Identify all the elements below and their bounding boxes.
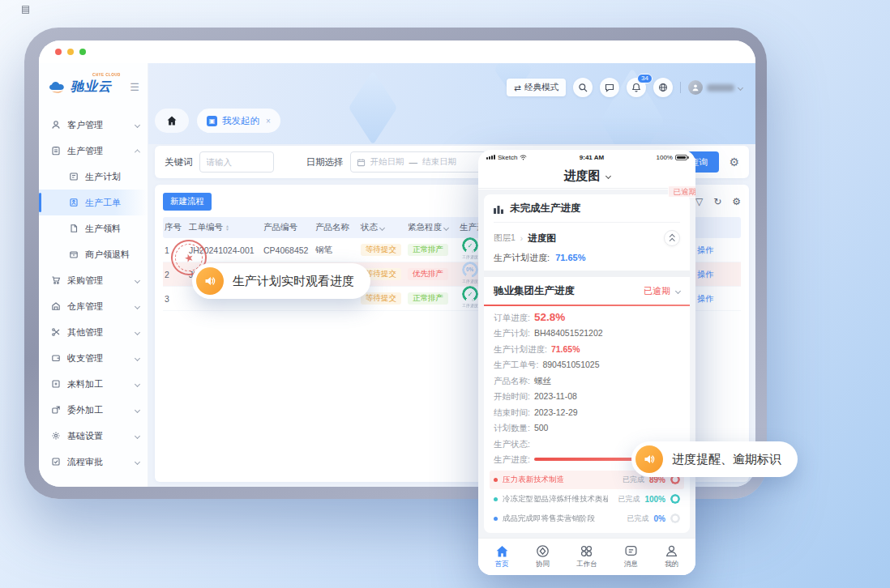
plan-progress-value: 71.65% <box>555 253 585 262</box>
sidebar-item-customer[interactable]: 客户管理 <box>39 112 148 138</box>
decorative-cube <box>349 70 397 144</box>
sidebar-item-production[interactable]: 生产管理 <box>39 138 148 164</box>
tooltip-text: 生产计划实时观看进度 <box>233 274 354 289</box>
date-label: 日期选择 <box>306 156 344 168</box>
nav-workbench[interactable]: 工作台 <box>576 544 597 569</box>
window-menu-icon: ▤ <box>21 3 30 15</box>
nav-profile[interactable]: 我的 <box>665 544 678 569</box>
search-icon <box>578 83 588 92</box>
done-label: 已完成 <box>627 513 649 524</box>
plan-doc-icon <box>68 172 79 182</box>
bullet-dot <box>494 478 498 482</box>
end-date-placeholder: 结束日期 <box>422 156 456 168</box>
sidebar-item-production-plan[interactable]: 生产计划 <box>39 164 148 190</box>
col-header: 状态 <box>361 222 378 233</box>
doc-in-icon <box>50 379 61 390</box>
task-row[interactable]: 冷冻定型塑品淬炼纤维技术奥秘 已完成 100% <box>490 490 684 509</box>
chevron-down-icon[interactable] <box>443 224 449 230</box>
sidebar-item-merchant-return[interactable]: 商户领退料 <box>39 241 148 267</box>
priority-badge: 正常排产 <box>408 292 448 304</box>
chevron-down-icon[interactable] <box>605 173 610 179</box>
sidebar-item-incoming-processing[interactable]: 来料加工 <box>39 371 148 397</box>
new-process-button[interactable]: 新建流程 <box>163 193 212 211</box>
nav-home[interactable]: 首页 <box>495 545 509 569</box>
task-row[interactable]: 成品完成即将售卖营销阶段 已完成 0% <box>490 509 684 528</box>
battery-icon <box>675 155 687 160</box>
chat-icon <box>605 83 614 92</box>
cell-product-name: 钢笔 <box>314 245 359 256</box>
detail-value: 52.8% <box>534 313 565 322</box>
detail-value: 2023-12-29 <box>534 407 578 417</box>
action-more[interactable]: 操作 <box>697 245 713 256</box>
phone-title-bar: 进度图 <box>478 164 695 189</box>
task-name: 冷冻定型塑品淬炼纤维技术奥秘 <box>503 494 608 505</box>
message-icon <box>624 544 638 558</box>
action-more[interactable]: 操作 <box>697 269 713 280</box>
filter-settings-gear-icon[interactable]: ⚙ <box>729 156 739 168</box>
keyword-input[interactable] <box>199 151 274 173</box>
home-tab-button[interactable] <box>155 109 189 133</box>
chevron-down-icon <box>135 432 140 438</box>
bell-icon <box>631 83 641 92</box>
sidebar-item-warehouse[interactable]: 仓库管理 <box>39 293 148 319</box>
sort-icon[interactable]: ▲▼ <box>225 224 229 231</box>
nav-collab[interactable]: 协同 <box>536 544 550 569</box>
notifications-button[interactable]: 34 <box>627 78 646 97</box>
sidebar-item-label: 收支管理 <box>67 352 103 364</box>
sidebar-collapse-icon[interactable]: ☰ <box>130 81 139 93</box>
chevron-down-icon[interactable] <box>379 224 385 230</box>
tab-my-initiated[interactable]: ▣ 我发起的 × <box>197 109 280 133</box>
sidebar-item-finance[interactable]: 收支管理 <box>39 345 148 371</box>
search-button[interactable] <box>573 78 593 97</box>
user-menu[interactable] <box>688 80 742 95</box>
detail-value: 890451051025 <box>542 360 599 369</box>
language-button[interactable] <box>653 78 673 97</box>
breadcrumb-current: 进度图 <box>528 232 556 245</box>
breadcrumb-parent[interactable]: 图层1 <box>494 232 516 244</box>
classic-mode-button[interactable]: ⇄ 经典模式 <box>507 79 566 96</box>
sidebar-item-label: 来料加工 <box>67 378 103 390</box>
close-window-button[interactable] <box>55 49 62 55</box>
sidebar-item-label: 流程审批 <box>67 456 103 468</box>
sidebar-item-approval[interactable]: 流程审批 <box>39 449 148 475</box>
outsource-icon <box>50 405 61 415</box>
wallet-icon <box>50 353 61 364</box>
sidebar-item-work-order[interactable]: 生产工单 <box>39 190 148 215</box>
scissors-icon <box>50 327 61 338</box>
detail-value: 500 <box>534 423 549 432</box>
action-more[interactable]: 操作 <box>697 293 713 305</box>
sidebar-item-settings[interactable]: 基础设置 <box>39 423 148 449</box>
refresh-icon[interactable]: ↻ <box>713 196 721 207</box>
sidebar-item-label: 委外加工 <box>67 404 103 416</box>
sidebar-item-outsourcing[interactable]: 委外加工 <box>39 397 148 423</box>
sidebar-item-material-issue[interactable]: 生产领料 <box>39 215 148 241</box>
close-tab-icon[interactable]: × <box>266 117 271 126</box>
overdue-status-label: 已逾期 <box>644 285 670 297</box>
task-name: 压力表新技术制造 <box>503 475 564 485</box>
nav-messages[interactable]: 消息 <box>624 544 638 569</box>
messages-button[interactable] <box>600 78 619 97</box>
sidebar-item-purchasing[interactable]: 采购管理 <box>39 267 148 293</box>
status-badge: 等待提交 <box>361 244 401 255</box>
task-percent: 0% <box>654 514 665 523</box>
detail-value: 2023-11-08 <box>534 391 577 401</box>
initiated-doc-icon: ▣ <box>207 116 217 126</box>
notification-badge: 34 <box>637 74 653 83</box>
filter-funnel-icon[interactable]: ▽ <box>695 196 703 207</box>
date-range-picker[interactable]: 开始日期 — 结束日期 <box>350 151 486 173</box>
phone-body: 未完成生产进度 图层1 › 进度图 生产计划进度: 71.65% 驰业集团生产进… <box>478 190 695 538</box>
status-badge: 等待提交 <box>361 292 401 304</box>
collapse-all-button[interactable] <box>664 230 680 246</box>
minimize-window-button[interactable] <box>67 49 74 55</box>
bullet-dot <box>494 497 498 501</box>
group-progress-header[interactable]: 驰业集团生产进度 已逾期 <box>494 277 680 305</box>
sidebar-item-other[interactable]: 其他管理 <box>39 319 148 345</box>
tab-label: 我发起的 <box>222 115 259 127</box>
table-settings-gear-icon[interactable]: ⚙ <box>732 196 741 207</box>
cart-icon <box>50 275 61 286</box>
sidebar-item-label: 采购管理 <box>67 275 103 287</box>
sidebar-item-label: 客户管理 <box>67 119 103 131</box>
maximize-window-button[interactable] <box>79 49 86 55</box>
detail-label: 生产工单号: <box>494 360 538 369</box>
done-label: 已完成 <box>618 494 640 505</box>
